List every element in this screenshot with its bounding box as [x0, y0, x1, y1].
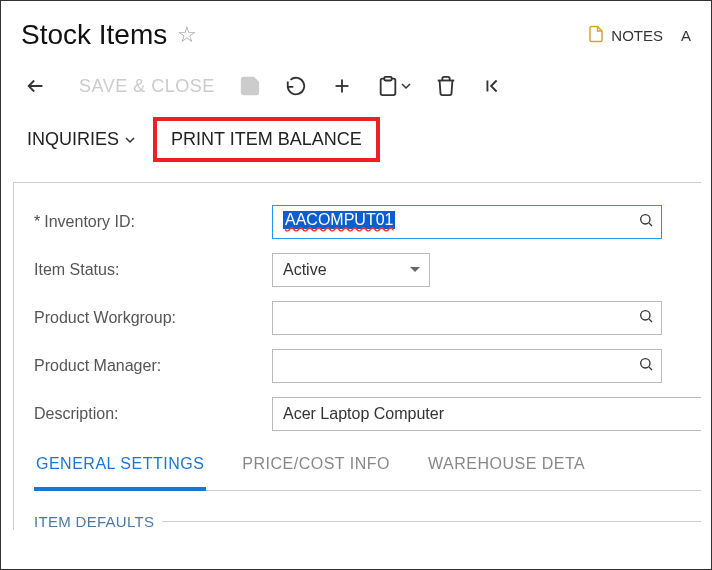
print-item-balance-button[interactable]: PRINT ITEM BALANCE — [153, 117, 380, 162]
search-icon[interactable] — [638, 212, 654, 232]
notes-button[interactable]: NOTES — [587, 25, 663, 46]
toolbar: SAVE & CLOSE — [1, 61, 711, 107]
section-title: ITEM DEFAULTS — [34, 513, 154, 530]
label-product-workgroup: Product Workgroup: — [34, 309, 272, 327]
chevron-down-icon — [401, 77, 411, 95]
section-divider — [162, 521, 701, 522]
undo-button[interactable] — [285, 75, 307, 97]
svg-point-6 — [641, 311, 650, 320]
product-workgroup-input[interactable] — [272, 301, 662, 335]
label-product-manager: Product Manager: — [34, 357, 272, 375]
item-status-select[interactable]: Active — [272, 253, 430, 287]
section-item-defaults: ITEM DEFAULTS — [34, 513, 701, 530]
search-icon[interactable] — [638, 356, 654, 376]
page-header: Stock Items ☆ NOTES A — [1, 1, 711, 61]
svg-point-4 — [641, 215, 650, 224]
back-button[interactable] — [25, 75, 47, 97]
header-right: NOTES A — [587, 25, 691, 46]
svg-point-8 — [641, 359, 650, 368]
row-product-workgroup: Product Workgroup: — [34, 301, 701, 335]
inventory-id-input[interactable]: AACOMPUT01 — [272, 205, 662, 239]
notes-label: NOTES — [611, 27, 663, 44]
search-icon[interactable] — [638, 308, 654, 328]
truncated-text: A — [681, 27, 691, 44]
svg-line-7 — [649, 319, 652, 322]
inventory-id-value: AACOMPUT01 — [283, 211, 395, 229]
tab-warehouse-details[interactable]: WAREHOUSE DETA — [426, 455, 587, 490]
tabs: GENERAL SETTINGS PRICE/COST INFO WAREHOU… — [34, 455, 701, 491]
print-balance-label: PRINT ITEM BALANCE — [171, 129, 362, 150]
inquiries-label: INQUIRIES — [27, 129, 119, 150]
first-record-button[interactable] — [481, 75, 503, 97]
delete-button[interactable] — [435, 75, 457, 97]
tab-general-settings[interactable]: GENERAL SETTINGS — [34, 455, 206, 491]
svg-line-9 — [649, 367, 652, 370]
favorite-star-icon[interactable]: ☆ — [177, 22, 197, 48]
required-star: * — [34, 213, 40, 231]
label-item-status: Item Status: — [34, 261, 272, 279]
product-manager-input[interactable] — [272, 349, 662, 383]
svg-line-5 — [649, 223, 652, 226]
clipboard-icon — [377, 75, 399, 97]
notes-icon — [587, 25, 605, 46]
action-bar: INQUIRIES PRINT ITEM BALANCE — [1, 107, 711, 178]
save-close-button: SAVE & CLOSE — [79, 76, 215, 97]
svg-rect-2 — [384, 77, 391, 81]
tab-price-cost-info[interactable]: PRICE/COST INFO — [240, 455, 392, 490]
chevron-down-icon — [125, 129, 135, 150]
form-panel: * Inventory ID: AACOMPUT01 Item Status: … — [13, 182, 701, 530]
description-input[interactable] — [272, 397, 701, 431]
label-description: Description: — [34, 405, 272, 423]
item-status-value: Active — [283, 261, 327, 278]
row-description: Description: — [34, 397, 701, 431]
row-item-status: Item Status: Active — [34, 253, 701, 287]
row-product-manager: Product Manager: — [34, 349, 701, 383]
page-title: Stock Items — [21, 19, 167, 51]
inquiries-dropdown[interactable]: INQUIRIES — [21, 121, 141, 158]
row-inventory-id: * Inventory ID: AACOMPUT01 — [34, 205, 701, 239]
save-icon — [239, 75, 261, 97]
add-button[interactable] — [331, 75, 353, 97]
label-inventory-id: * Inventory ID: — [34, 213, 272, 231]
clipboard-dropdown[interactable] — [377, 75, 411, 97]
